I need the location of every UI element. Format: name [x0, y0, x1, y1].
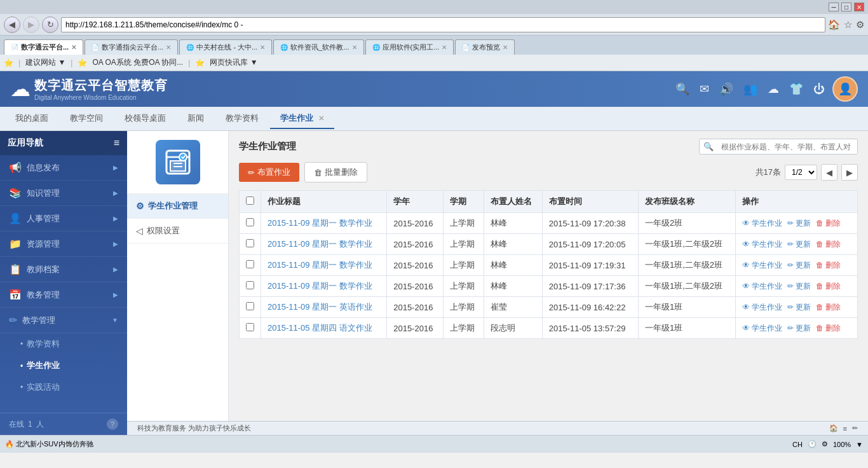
op-view-5[interactable]: 👁 学生作业: [742, 323, 782, 334]
batch-delete-button[interactable]: 🗑 批量删除: [304, 162, 367, 182]
search-header-icon[interactable]: 🔍: [675, 82, 689, 96]
row-title-link-3[interactable]: 2015-11-09 星期一 数学作业: [268, 281, 372, 291]
page-selector[interactable]: 1/2 2/2: [785, 165, 817, 180]
status-edit-icon[interactable]: ✏: [852, 424, 858, 432]
op-delete-0[interactable]: 🗑 删除: [816, 218, 841, 229]
prev-page-button[interactable]: ◀: [821, 164, 837, 181]
row-title-link-5[interactable]: 2015-11-05 星期四 语文作业: [268, 323, 372, 333]
tab-student-homework[interactable]: 学生作业 ✕: [270, 109, 334, 129]
row-checkbox-1[interactable]: [246, 239, 254, 247]
tab-3[interactable]: 🌐 软件资讯_软件教... ✕: [273, 39, 363, 55]
op-view-4[interactable]: 👁 学生作业: [742, 302, 782, 313]
taskbar-item-0[interactable]: 🔥 北汽新小SUV内饰仿奔驰: [5, 439, 93, 449]
bookmark-2[interactable]: 网页快讯库 ▼: [210, 57, 257, 68]
next-page-button[interactable]: ▶: [841, 164, 858, 181]
tab-teaching-space[interactable]: 教学空间: [60, 109, 113, 129]
tab-favicon-2: 🌐: [186, 44, 194, 51]
op-delete-4[interactable]: 🗑 删除: [816, 302, 841, 313]
row-checkbox-5[interactable]: [246, 323, 254, 331]
row-checkbox-0[interactable]: [246, 218, 254, 226]
op-update-2[interactable]: ✏ 更新: [787, 260, 811, 271]
home-icon[interactable]: 🏠: [828, 19, 840, 31]
settings-icon[interactable]: ⚙: [856, 19, 864, 31]
op-view-0[interactable]: 👁 学生作业: [742, 218, 782, 229]
row-checkbox-2[interactable]: [246, 260, 254, 268]
address-bar[interactable]: [61, 17, 825, 32]
op-delete-2[interactable]: 🗑 删除: [816, 260, 841, 271]
sidebar-sub-practice[interactable]: • 实践活动: [0, 376, 127, 398]
row-title-link-0[interactable]: 2015-11-09 星期一 数学作业: [268, 218, 372, 228]
sidebar-sub-student-homework[interactable]: • 学生作业: [0, 355, 127, 376]
tab-close-1[interactable]: ✕: [166, 44, 171, 51]
star-icon[interactable]: ☆: [844, 19, 852, 31]
tab-my-desk[interactable]: 我的桌面: [5, 109, 58, 129]
op-update-3[interactable]: ✏ 更新: [787, 281, 811, 292]
row-title-link-4[interactable]: 2015-11-09 星期一 英语作业: [268, 302, 372, 312]
power-header-icon[interactable]: ⏻: [813, 83, 825, 96]
row-title-0: 2015-11-09 星期一 数学作业: [261, 213, 387, 234]
sidebar-item-knowledge[interactable]: 📚 知识管理 ▶: [0, 181, 127, 206]
select-all-checkbox[interactable]: [246, 196, 254, 205]
bookmark-1[interactable]: OA OA系统 免费OA 协同...: [92, 57, 183, 68]
op-delete-3[interactable]: 🗑 删除: [816, 281, 841, 292]
sidebar-item-teaching-mgmt[interactable]: ✏ 教学管理 ▼: [0, 308, 127, 333]
sidebar-item-academic[interactable]: 📅 教务管理 ▶: [0, 282, 127, 308]
refresh-button[interactable]: ↻: [42, 17, 58, 33]
search-input[interactable]: [717, 140, 857, 154]
row-title-link-2[interactable]: 2015-11-09 星期一 数学作业: [268, 260, 372, 270]
cloud-header-icon[interactable]: ☁: [768, 82, 779, 96]
op-delete-1[interactable]: 🗑 删除: [816, 239, 841, 250]
sidebar-sub-teaching-material[interactable]: • 教学资料: [0, 333, 127, 355]
op-view-3[interactable]: 👁 学生作业: [742, 281, 782, 292]
tab-2[interactable]: 🌐 中关村在线 - 大中... ✕: [179, 39, 272, 55]
minimize-button[interactable]: ─: [829, 3, 839, 11]
row-checkbox-3[interactable]: [246, 281, 254, 289]
sound-header-icon[interactable]: 🔊: [719, 82, 733, 96]
tab-0[interactable]: 📄 数字通云平台... ✕: [4, 39, 83, 55]
tab-principal-desk[interactable]: 校领导桌面: [114, 109, 176, 129]
op-update-1[interactable]: ✏ 更新: [787, 239, 811, 250]
tab-1[interactable]: 📄 数字通指尖云平台... ✕: [85, 39, 178, 55]
op-view-1[interactable]: 👁 学生作业: [742, 239, 782, 250]
row-title-link-1[interactable]: 2015-11-09 星期一 数学作业: [268, 239, 372, 249]
help-icon[interactable]: ?: [107, 418, 118, 430]
close-button[interactable]: ✕: [854, 3, 864, 11]
zoom-dropdown-icon[interactable]: ▼: [856, 441, 863, 448]
user-avatar[interactable]: 👤: [832, 76, 858, 102]
tab-5[interactable]: 📄 发布预览 ✕: [455, 39, 515, 55]
sidebar-item-teacher-profile[interactable]: 📋 教师档案 ▶: [0, 257, 127, 282]
mail-header-icon[interactable]: ✉: [700, 82, 709, 96]
users-header-icon[interactable]: 👥: [743, 82, 757, 96]
back-button[interactable]: ◀: [4, 17, 20, 33]
assign-homework-button[interactable]: ✏ 布置作业: [239, 163, 299, 182]
status-list-icon[interactable]: ≡: [843, 425, 847, 432]
op-update-0[interactable]: ✏ 更新: [787, 218, 811, 229]
tab-close-4[interactable]: ✕: [442, 44, 447, 51]
sub-nav-permission[interactable]: ◁ 权限设置: [127, 219, 228, 244]
bookmark-0[interactable]: 建议网站 ▼: [25, 57, 65, 68]
tab-close-0[interactable]: ✕: [71, 44, 76, 51]
browser-tabs: 📄 数字通云平台... ✕ 📄 数字通指尖云平台... ✕ 🌐 中关村在线 - …: [0, 36, 868, 55]
status-home-icon[interactable]: 🏠: [829, 424, 838, 432]
tab-student-homework-close[interactable]: ✕: [318, 114, 324, 122]
row-checkbox-4[interactable]: [246, 302, 254, 310]
tab-close-2[interactable]: ✕: [260, 44, 265, 51]
shirt-header-icon[interactable]: 👕: [789, 82, 803, 96]
tab-news[interactable]: 新闻: [177, 109, 214, 129]
maximize-button[interactable]: □: [841, 3, 851, 11]
sub-nav-homework-mgmt[interactable]: ⚙ 学生作业管理: [127, 194, 228, 219]
sidebar-item-personnel[interactable]: 👤 人事管理 ▶: [0, 206, 127, 231]
forward-button[interactable]: ▶: [23, 17, 39, 33]
op-view-2[interactable]: 👁 学生作业: [742, 260, 782, 271]
op-update-5[interactable]: ✏ 更新: [787, 323, 811, 334]
sidebar-item-info[interactable]: 📢 信息发布 ▶: [0, 155, 127, 181]
sidebar-item-resource[interactable]: 📁 资源管理 ▶: [0, 231, 127, 257]
tab-close-5[interactable]: ✕: [503, 44, 508, 51]
tab-close-3[interactable]: ✕: [352, 44, 357, 51]
op-delete-5[interactable]: 🗑 删除: [816, 323, 841, 334]
sidebar-menu-icon[interactable]: ≡: [114, 137, 119, 149]
tab-4[interactable]: 🌐 应用软件(实用工... ✕: [365, 39, 454, 55]
op-update-4[interactable]: ✏ 更新: [787, 302, 811, 313]
taskbar-settings-icon[interactable]: ⚙: [822, 440, 828, 448]
tab-teaching-material[interactable]: 教学资料: [215, 109, 269, 129]
